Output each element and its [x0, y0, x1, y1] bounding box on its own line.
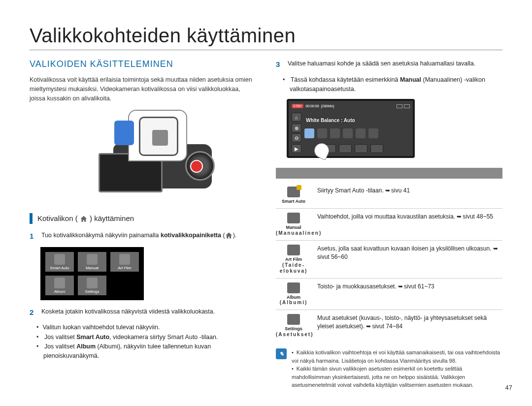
row-icon-label: Settings	[276, 326, 311, 332]
wb-cloudy-icon	[330, 128, 340, 138]
step-2-text: Kosketa jotakin kotivalikossa näkyvistä …	[41, 307, 215, 318]
s3b1-bold: Manual	[400, 76, 421, 83]
wb-options-row	[304, 128, 378, 138]
lcd-screenshot: STBY 00:00:00 [280Min] ⌂⊕ ⊖▶ White Balan…	[287, 99, 415, 158]
b3-bold: Album	[76, 343, 96, 350]
row-icon-label: Album	[276, 295, 311, 300]
row-sub: (Asetukset)	[276, 332, 311, 338]
row-icon-col: Manual (Manuaalinen)	[276, 213, 311, 236]
wb-label: White Balance : Auto	[306, 118, 355, 123]
bullet: Jos valitset Smart Auto, videokamera sii…	[43, 333, 256, 342]
desc-ref: sivut 74~84	[372, 323, 402, 330]
row-desc: Asetus, jolla saat kuvattuun kuvaan iloi…	[317, 245, 502, 261]
note-icon: ✎	[276, 348, 287, 359]
grid-smart-auto: Smart Auto	[45, 252, 74, 272]
bullet: Jos valitset Album (Albumi), näkyviin tu…	[43, 342, 256, 361]
step-1-text: Tuo kotivalikkonäkymä näkyviin painamall…	[41, 231, 236, 242]
callout-tab	[114, 121, 134, 145]
row-icon-label: Smart Auto	[276, 199, 311, 204]
subhead-prefix: Kotivalikon (	[37, 214, 78, 222]
grid-manual: Manual	[78, 252, 106, 272]
desc-text: Asetus, jolla saat kuvattuun kuvaan iloi…	[317, 245, 493, 252]
ss-bottom-icons	[323, 144, 383, 153]
manual-icon	[287, 213, 300, 223]
step1-post: (	[221, 232, 225, 239]
step-3-text: Valitse haluamasi kohde ja säädä sen ase…	[288, 59, 475, 70]
zoom-in-icon: ⊕	[292, 124, 301, 132]
b2-bold: Smart Auto	[76, 334, 109, 341]
grid-album: Album	[45, 276, 74, 295]
step-number: 2	[30, 307, 36, 318]
title-divider	[30, 50, 502, 50]
step1-pre: Tuo kotivalikkonäkymä näkyviin painamall…	[41, 232, 161, 239]
ss-status-icons	[397, 104, 410, 108]
row-icon-label: Manual	[276, 225, 311, 230]
smart-auto-icon	[287, 187, 300, 197]
table-row: Album (Albumi) Toisto- ja muokkausasetuk…	[276, 279, 502, 311]
step-2: 2 Kosketa jotakin kotivalikossa näkyvist…	[30, 307, 256, 318]
row-desc: Vaihtoehdot, joilla voi muuttaa kuvausti…	[317, 213, 502, 221]
ss-time: 00:00:00	[305, 104, 319, 108]
subhead-suffix: ) käyttäminen	[90, 214, 134, 222]
row-sub: (Albumi)	[276, 300, 311, 306]
left-column: VALIKOIDEN KÄSITTELEMINEN Kotivalikossa …	[30, 59, 256, 389]
step-2-bullets: Valitun luokan vaihtoehdot tulevat näkyv…	[30, 323, 256, 361]
desc-ref: sivut 56~60	[317, 253, 348, 260]
table-row: Art Film (Taide-elokuva) Asetus, jolla s…	[276, 241, 502, 279]
table-row: Manual (Manuaalinen) Vaihtoehdot, joilla…	[276, 209, 502, 241]
table-row: Settings (Asetukset) Muut asetukset (kuv…	[276, 310, 502, 342]
ss-left-icons: ⌂⊕	[292, 113, 301, 132]
intro-paragraph: Kotivalikossa voit käyttää erilaisia toi…	[30, 75, 256, 103]
home-icon	[152, 130, 168, 146]
right-column: 3 Valitse haluamasi kohde ja säädä sen a…	[276, 59, 502, 389]
wb-custom-icon	[368, 128, 378, 138]
stby-badge: STBY	[292, 104, 303, 108]
home-menu-grid: Smart Auto Manual Art Film Album Setting…	[40, 247, 144, 300]
page-title: Valikkokohteiden käyttäminen	[30, 25, 502, 47]
b3-pre: Jos valitset	[44, 343, 76, 350]
arrow-icon	[366, 322, 372, 331]
wb-fluorescent-icon	[343, 128, 353, 138]
b2-pre: Jos valitset	[44, 334, 76, 341]
ss-remain: [280Min]	[321, 104, 334, 108]
album-icon	[287, 282, 300, 293]
home-icon	[80, 215, 88, 223]
home-icon	[225, 232, 233, 240]
note-box: ✎ Kaikkia kotivalikon vaihtoehtoja ei vo…	[276, 348, 502, 389]
desc-ref: sivut 48~55	[463, 213, 493, 220]
step1-end: ).	[233, 232, 237, 239]
step-3-bullets: Tässä kohdassa käytetään esimerkkinä Man…	[276, 75, 502, 94]
row-desc: Muut asetukset (kuvaus-, toisto-, näyttö…	[317, 314, 502, 331]
home-icon: ⌂	[292, 113, 301, 122]
desc-ref: sivu 41	[391, 187, 410, 194]
arrow-icon	[457, 213, 463, 221]
grid-settings: Settings	[78, 276, 106, 295]
subheading-text: Kotivalikon ( ) käyttäminen	[37, 214, 134, 223]
camera-illustration	[69, 110, 217, 198]
section-heading: VALIKOIDEN KÄSITTELEMINEN	[30, 59, 256, 69]
ss-left-icons-bottom: ⊖▶	[292, 133, 301, 153]
ss-top-bar: STBY 00:00:00 [280Min]	[292, 104, 410, 108]
arrow-icon	[493, 245, 499, 253]
wb-daylight-icon	[317, 128, 327, 138]
row-icon-col: Art Film (Taide-elokuva)	[276, 245, 311, 274]
callout-inner	[139, 117, 178, 156]
row-sub: (Manuaalinen)	[276, 230, 311, 236]
step-3: 3 Valitse haluamasi kohde ja säädä sen a…	[276, 59, 502, 70]
desc-text: Siirtyy Smart Auto -tilaan.	[317, 187, 385, 194]
note-item: Kaikkia kotivalikon vaihtoehtoja ei voi …	[292, 348, 502, 365]
home-button-callout	[128, 110, 187, 161]
bullet: Tässä kohdassa käytetään esimerkkinä Man…	[290, 75, 502, 94]
play-icon: ▶	[292, 144, 301, 153]
row-sub: (Taide-elokuva)	[276, 262, 311, 274]
desc-text: Vaihtoehdot, joilla voi muuttaa kuvausti…	[317, 213, 457, 220]
subheading-bar-icon	[30, 213, 33, 224]
grid-art-film: Art Film	[110, 252, 139, 272]
row-desc: Siirtyy Smart Auto -tilaan. sivu 41	[317, 187, 502, 195]
table-header	[276, 168, 502, 179]
art-film-icon	[287, 245, 300, 255]
subheading-row: Kotivalikon ( ) käyttäminen	[30, 213, 256, 224]
b2-post: , videokamera siirtyy Smart Auto -tilaan…	[109, 334, 218, 341]
row-icon-col: Smart Auto	[276, 187, 311, 204]
note-list: Kaikkia kotivalikon vaihtoehtoja ei voi …	[292, 348, 502, 389]
